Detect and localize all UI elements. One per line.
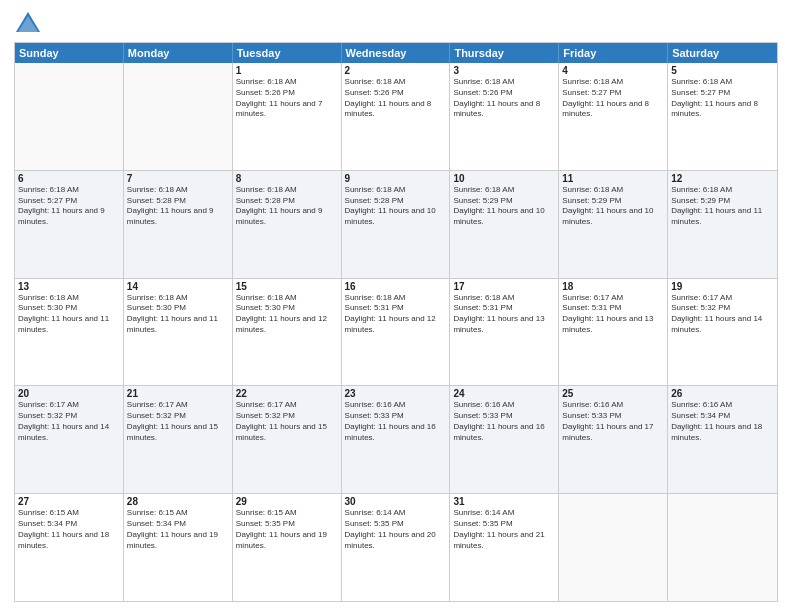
- day-info: Sunrise: 6:18 AMSunset: 5:28 PMDaylight:…: [345, 185, 447, 228]
- day-number: 19: [671, 281, 774, 292]
- page: SundayMondayTuesdayWednesdayThursdayFrid…: [0, 0, 792, 612]
- cal-header-monday: Monday: [124, 43, 233, 63]
- day-info: Sunrise: 6:18 AMSunset: 5:30 PMDaylight:…: [18, 293, 120, 336]
- cal-row-2: 13Sunrise: 6:18 AMSunset: 5:30 PMDayligh…: [15, 278, 777, 386]
- logo-icon: [14, 10, 42, 38]
- day-info: Sunrise: 6:18 AMSunset: 5:31 PMDaylight:…: [345, 293, 447, 336]
- day-info: Sunrise: 6:15 AMSunset: 5:35 PMDaylight:…: [236, 508, 338, 551]
- cal-cell-day-18: 18Sunrise: 6:17 AMSunset: 5:31 PMDayligh…: [559, 279, 668, 386]
- day-number: 21: [127, 388, 229, 399]
- day-info: Sunrise: 6:16 AMSunset: 5:33 PMDaylight:…: [345, 400, 447, 443]
- logo: [14, 10, 46, 38]
- day-number: 20: [18, 388, 120, 399]
- cal-cell-empty: [559, 494, 668, 601]
- day-info: Sunrise: 6:17 AMSunset: 5:32 PMDaylight:…: [236, 400, 338, 443]
- cal-cell-day-29: 29Sunrise: 6:15 AMSunset: 5:35 PMDayligh…: [233, 494, 342, 601]
- calendar-header: SundayMondayTuesdayWednesdayThursdayFrid…: [15, 43, 777, 63]
- cal-header-thursday: Thursday: [450, 43, 559, 63]
- cal-header-saturday: Saturday: [668, 43, 777, 63]
- day-number: 15: [236, 281, 338, 292]
- day-number: 10: [453, 173, 555, 184]
- cal-cell-day-2: 2Sunrise: 6:18 AMSunset: 5:26 PMDaylight…: [342, 63, 451, 170]
- day-number: 22: [236, 388, 338, 399]
- day-info: Sunrise: 6:18 AMSunset: 5:30 PMDaylight:…: [236, 293, 338, 336]
- cal-cell-day-26: 26Sunrise: 6:16 AMSunset: 5:34 PMDayligh…: [668, 386, 777, 493]
- day-info: Sunrise: 6:17 AMSunset: 5:32 PMDaylight:…: [671, 293, 774, 336]
- cal-cell-day-30: 30Sunrise: 6:14 AMSunset: 5:35 PMDayligh…: [342, 494, 451, 601]
- cal-header-friday: Friday: [559, 43, 668, 63]
- cal-cell-day-19: 19Sunrise: 6:17 AMSunset: 5:32 PMDayligh…: [668, 279, 777, 386]
- day-number: 1: [236, 65, 338, 76]
- day-info: Sunrise: 6:18 AMSunset: 5:26 PMDaylight:…: [236, 77, 338, 120]
- cal-cell-day-31: 31Sunrise: 6:14 AMSunset: 5:35 PMDayligh…: [450, 494, 559, 601]
- cal-row-3: 20Sunrise: 6:17 AMSunset: 5:32 PMDayligh…: [15, 385, 777, 493]
- day-info: Sunrise: 6:18 AMSunset: 5:28 PMDaylight:…: [127, 185, 229, 228]
- day-number: 2: [345, 65, 447, 76]
- calendar: SundayMondayTuesdayWednesdayThursdayFrid…: [14, 42, 778, 602]
- cal-cell-day-14: 14Sunrise: 6:18 AMSunset: 5:30 PMDayligh…: [124, 279, 233, 386]
- day-number: 18: [562, 281, 664, 292]
- cal-cell-day-22: 22Sunrise: 6:17 AMSunset: 5:32 PMDayligh…: [233, 386, 342, 493]
- day-number: 28: [127, 496, 229, 507]
- day-number: 24: [453, 388, 555, 399]
- day-info: Sunrise: 6:15 AMSunset: 5:34 PMDaylight:…: [127, 508, 229, 551]
- day-number: 8: [236, 173, 338, 184]
- cal-cell-day-21: 21Sunrise: 6:17 AMSunset: 5:32 PMDayligh…: [124, 386, 233, 493]
- day-info: Sunrise: 6:18 AMSunset: 5:30 PMDaylight:…: [127, 293, 229, 336]
- cal-cell-day-1: 1Sunrise: 6:18 AMSunset: 5:26 PMDaylight…: [233, 63, 342, 170]
- cal-cell-day-27: 27Sunrise: 6:15 AMSunset: 5:34 PMDayligh…: [15, 494, 124, 601]
- cal-cell-day-24: 24Sunrise: 6:16 AMSunset: 5:33 PMDayligh…: [450, 386, 559, 493]
- day-number: 23: [345, 388, 447, 399]
- day-number: 30: [345, 496, 447, 507]
- cal-header-sunday: Sunday: [15, 43, 124, 63]
- day-number: 11: [562, 173, 664, 184]
- cal-cell-day-28: 28Sunrise: 6:15 AMSunset: 5:34 PMDayligh…: [124, 494, 233, 601]
- cal-cell-day-3: 3Sunrise: 6:18 AMSunset: 5:26 PMDaylight…: [450, 63, 559, 170]
- day-number: 31: [453, 496, 555, 507]
- day-number: 17: [453, 281, 555, 292]
- day-info: Sunrise: 6:18 AMSunset: 5:29 PMDaylight:…: [562, 185, 664, 228]
- day-number: 27: [18, 496, 120, 507]
- day-number: 25: [562, 388, 664, 399]
- cal-cell-empty: [15, 63, 124, 170]
- day-info: Sunrise: 6:18 AMSunset: 5:27 PMDaylight:…: [562, 77, 664, 120]
- cal-cell-day-13: 13Sunrise: 6:18 AMSunset: 5:30 PMDayligh…: [15, 279, 124, 386]
- cal-cell-day-5: 5Sunrise: 6:18 AMSunset: 5:27 PMDaylight…: [668, 63, 777, 170]
- day-info: Sunrise: 6:17 AMSunset: 5:32 PMDaylight:…: [127, 400, 229, 443]
- cal-cell-day-6: 6Sunrise: 6:18 AMSunset: 5:27 PMDaylight…: [15, 171, 124, 278]
- day-info: Sunrise: 6:18 AMSunset: 5:26 PMDaylight:…: [345, 77, 447, 120]
- day-info: Sunrise: 6:18 AMSunset: 5:27 PMDaylight:…: [671, 77, 774, 120]
- cal-cell-day-16: 16Sunrise: 6:18 AMSunset: 5:31 PMDayligh…: [342, 279, 451, 386]
- cal-cell-day-25: 25Sunrise: 6:16 AMSunset: 5:33 PMDayligh…: [559, 386, 668, 493]
- day-info: Sunrise: 6:18 AMSunset: 5:28 PMDaylight:…: [236, 185, 338, 228]
- cal-cell-day-10: 10Sunrise: 6:18 AMSunset: 5:29 PMDayligh…: [450, 171, 559, 278]
- cal-row-1: 6Sunrise: 6:18 AMSunset: 5:27 PMDaylight…: [15, 170, 777, 278]
- cal-cell-day-8: 8Sunrise: 6:18 AMSunset: 5:28 PMDaylight…: [233, 171, 342, 278]
- day-info: Sunrise: 6:18 AMSunset: 5:27 PMDaylight:…: [18, 185, 120, 228]
- day-info: Sunrise: 6:16 AMSunset: 5:33 PMDaylight:…: [562, 400, 664, 443]
- day-number: 6: [18, 173, 120, 184]
- day-number: 3: [453, 65, 555, 76]
- cal-cell-day-15: 15Sunrise: 6:18 AMSunset: 5:30 PMDayligh…: [233, 279, 342, 386]
- cal-cell-day-7: 7Sunrise: 6:18 AMSunset: 5:28 PMDaylight…: [124, 171, 233, 278]
- cal-cell-day-4: 4Sunrise: 6:18 AMSunset: 5:27 PMDaylight…: [559, 63, 668, 170]
- day-number: 14: [127, 281, 229, 292]
- cal-row-0: 1Sunrise: 6:18 AMSunset: 5:26 PMDaylight…: [15, 63, 777, 170]
- cal-cell-day-12: 12Sunrise: 6:18 AMSunset: 5:29 PMDayligh…: [668, 171, 777, 278]
- day-number: 4: [562, 65, 664, 76]
- day-number: 12: [671, 173, 774, 184]
- cal-cell-day-17: 17Sunrise: 6:18 AMSunset: 5:31 PMDayligh…: [450, 279, 559, 386]
- day-info: Sunrise: 6:15 AMSunset: 5:34 PMDaylight:…: [18, 508, 120, 551]
- cal-cell-empty: [124, 63, 233, 170]
- calendar-body: 1Sunrise: 6:18 AMSunset: 5:26 PMDaylight…: [15, 63, 777, 601]
- day-number: 26: [671, 388, 774, 399]
- day-info: Sunrise: 6:18 AMSunset: 5:29 PMDaylight:…: [671, 185, 774, 228]
- day-info: Sunrise: 6:18 AMSunset: 5:31 PMDaylight:…: [453, 293, 555, 336]
- day-number: 5: [671, 65, 774, 76]
- day-info: Sunrise: 6:14 AMSunset: 5:35 PMDaylight:…: [453, 508, 555, 551]
- cal-cell-day-9: 9Sunrise: 6:18 AMSunset: 5:28 PMDaylight…: [342, 171, 451, 278]
- day-info: Sunrise: 6:17 AMSunset: 5:32 PMDaylight:…: [18, 400, 120, 443]
- day-info: Sunrise: 6:16 AMSunset: 5:34 PMDaylight:…: [671, 400, 774, 443]
- day-info: Sunrise: 6:18 AMSunset: 5:26 PMDaylight:…: [453, 77, 555, 120]
- day-number: 13: [18, 281, 120, 292]
